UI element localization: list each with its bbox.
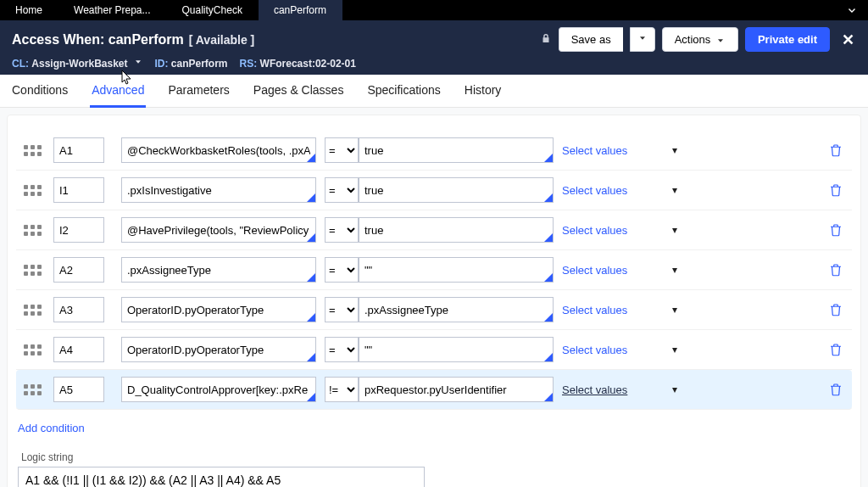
drag-handle-icon[interactable] — [19, 185, 45, 196]
condition-id-input[interactable] — [53, 257, 104, 283]
condition-rhs-input[interactable] — [359, 377, 554, 402]
delete-row-icon[interactable] — [823, 382, 849, 397]
select-values-link[interactable]: Select values — [562, 224, 664, 237]
condition-id-input[interactable] — [53, 177, 104, 203]
workspace-tab-canperform[interactable]: canPerform — [259, 0, 342, 20]
rule-header: Access When: canPerform [ Available ] Sa… — [0, 20, 868, 75]
tab-pages-classes[interactable]: Pages & Classes — [252, 75, 346, 107]
select-values-link[interactable]: Select values — [562, 304, 664, 316]
operator-select[interactable]: = — [325, 297, 359, 322]
condition-rhs-input[interactable] — [359, 177, 554, 203]
condition-row: =Select values▾ — [16, 250, 852, 290]
select-values-link[interactable]: Select values — [562, 184, 664, 197]
condition-id-input[interactable] — [53, 377, 104, 402]
condition-row: =Select values▾ — [16, 330, 852, 370]
condition-lhs-input[interactable] — [121, 297, 316, 322]
drag-handle-icon[interactable] — [19, 344, 45, 355]
select-values-link[interactable]: Select values — [562, 264, 664, 277]
condition-lhs-input[interactable] — [121, 377, 316, 402]
workspace-tab-weather[interactable]: Weather Prepa... — [58, 0, 167, 20]
tab-conditions[interactable]: Conditions — [10, 75, 70, 107]
workspace-tabs-overflow[interactable] — [836, 0, 868, 20]
drag-handle-icon[interactable] — [19, 305, 45, 316]
tab-specifications[interactable]: Specifications — [365, 75, 442, 107]
condition-row: =Select values▾ — [16, 290, 852, 330]
delete-row-icon[interactable] — [823, 182, 849, 198]
save-as-button[interactable]: Save as — [559, 27, 623, 52]
rule-title: Access When: canPerform — [12, 32, 184, 48]
tab-history[interactable]: History — [463, 75, 504, 107]
select-values-link[interactable]: Select values — [562, 344, 664, 356]
operator-select[interactable]: = — [325, 257, 359, 283]
row-menu-caret-icon[interactable]: ▾ — [672, 184, 698, 196]
condition-rhs-input[interactable] — [359, 217, 554, 243]
drag-handle-icon[interactable] — [19, 384, 45, 395]
condition-rhs-input[interactable] — [359, 137, 554, 163]
operator-select[interactable]: != — [325, 377, 359, 402]
actions-menu-button[interactable]: Actions — [662, 27, 738, 52]
condition-lhs-input[interactable] — [121, 137, 316, 163]
delete-row-icon[interactable] — [823, 222, 849, 238]
rule-subtabs: Conditions Advanced Parameters Pages & C… — [0, 75, 868, 108]
row-menu-caret-icon[interactable]: ▾ — [672, 264, 698, 276]
condition-row: =Select values▾ — [16, 131, 852, 171]
row-menu-caret-icon[interactable]: ▾ — [672, 383, 698, 395]
workspace-tab-bar: Home Weather Prepa... QualityCheck canPe… — [0, 0, 868, 20]
workspace-tab-home[interactable]: Home — [0, 0, 58, 20]
class-dropdown-icon[interactable] — [133, 57, 143, 70]
row-menu-caret-icon[interactable]: ▾ — [672, 344, 698, 355]
lock-icon — [540, 32, 552, 47]
drag-handle-icon[interactable] — [19, 225, 45, 236]
save-as-menu-toggle[interactable] — [630, 27, 655, 52]
logic-string-input[interactable] — [18, 467, 425, 487]
condition-id-input[interactable] — [53, 337, 104, 362]
private-edit-button[interactable]: Private edit — [745, 27, 830, 52]
delete-row-icon[interactable] — [823, 302, 849, 317]
condition-id-input[interactable] — [53, 137, 104, 163]
condition-rhs-input[interactable] — [359, 257, 554, 283]
row-menu-caret-icon[interactable]: ▾ — [672, 224, 698, 236]
tab-advanced[interactable]: Advanced — [90, 75, 146, 108]
select-values-link[interactable]: Select values — [562, 383, 664, 396]
select-values-link[interactable]: Select values — [562, 144, 664, 157]
condition-row: =Select values▾ — [16, 210, 852, 250]
condition-lhs-input[interactable] — [121, 337, 316, 362]
add-condition-link[interactable]: Add condition — [18, 422, 85, 434]
row-menu-caret-icon[interactable]: ▾ — [672, 144, 698, 156]
advanced-panel: =Select values▾=Select values▾=Select va… — [0, 108, 868, 487]
drag-handle-icon[interactable] — [19, 145, 45, 156]
drag-handle-icon[interactable] — [19, 265, 45, 276]
operator-select[interactable]: = — [325, 217, 359, 243]
delete-row-icon[interactable] — [823, 342, 849, 357]
condition-lhs-input[interactable] — [121, 257, 316, 283]
delete-row-icon[interactable] — [823, 143, 849, 158]
row-menu-caret-icon[interactable]: ▾ — [672, 304, 698, 316]
condition-id-input[interactable] — [53, 217, 104, 243]
operator-select[interactable]: = — [325, 337, 359, 362]
delete-row-icon[interactable] — [823, 262, 849, 277]
operator-select[interactable]: = — [325, 177, 359, 203]
condition-id-input[interactable] — [53, 297, 104, 322]
operator-select[interactable]: = — [325, 137, 359, 163]
workspace-tab-qualitycheck[interactable]: QualityCheck — [167, 0, 259, 20]
condition-rhs-input[interactable] — [359, 297, 554, 322]
condition-lhs-input[interactable] — [121, 177, 316, 203]
condition-row: =Select values▾ — [16, 171, 852, 210]
condition-row: !=Select values▾ — [16, 370, 852, 410]
condition-lhs-input[interactable] — [121, 217, 316, 243]
close-icon[interactable]: ✕ — [837, 31, 856, 49]
condition-rhs-input[interactable] — [359, 337, 554, 362]
logic-string-label: Logic string — [21, 451, 850, 463]
tab-parameters[interactable]: Parameters — [166, 75, 231, 107]
availability-status: [ Available ] — [189, 33, 255, 47]
rule-meta-row: CL: Assign-WorkBasket ID: canPerform RS:… — [12, 57, 856, 70]
